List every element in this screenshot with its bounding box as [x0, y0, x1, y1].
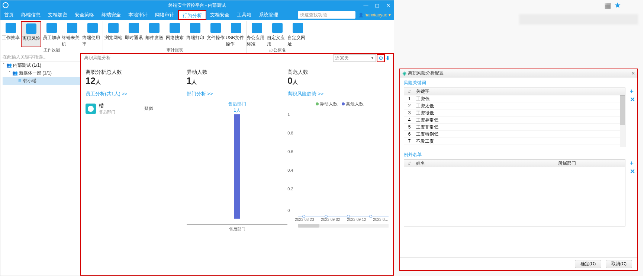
add-exception-button[interactable]: +: [630, 159, 635, 167]
printer-icon: [190, 23, 200, 33]
keywords-section-title: 风险关键词: [404, 80, 634, 86]
rbtn-resign-risk[interactable]: 离职风险: [21, 21, 41, 47]
close-button[interactable]: ✕: [383, 0, 394, 10]
tab-toolbox[interactable]: 工具箱: [233, 10, 255, 20]
config-dialog: ◉ 离职风险分析配置 ✕ 风险关键词 # 关键字 1工资低 2工资太低 3工资很…: [399, 69, 638, 271]
download-button[interactable]: ⬇: [386, 55, 390, 61]
tab-security-policy[interactable]: 安全策略: [71, 10, 98, 20]
tab-terminal-security[interactable]: 终端安全: [98, 10, 125, 20]
table-scrollbar[interactable]: [620, 95, 625, 147]
app-logo-icon: [3, 2, 9, 8]
rbtn-custom-app[interactable]: 自定义应用: [267, 21, 287, 47]
maximize-button[interactable]: ▢: [371, 0, 383, 10]
table-row[interactable]: 5工资非常低: [404, 124, 625, 131]
rbtn-work-efficiency[interactable]: 工作效率: [0, 21, 21, 47]
dialog-title: 离职风险分析配置: [408, 70, 444, 76]
rbtn-custom-url[interactable]: 自定义网址: [287, 21, 308, 47]
compass-icon: [272, 23, 283, 33]
file-icon: [210, 23, 221, 33]
table-row[interactable]: 3工资很低: [404, 110, 625, 117]
table-row[interactable]: 2工资太低: [404, 102, 625, 110]
tab-home[interactable]: 首页: [0, 10, 17, 20]
keywords-table: # 关键字 1工资低 2工资太低 3工资很低 4工资异常低 5工资非常低 6工资…: [404, 88, 625, 147]
ok-button[interactable]: 确定(O): [575, 260, 601, 268]
user-menu[interactable]: hanxiaoyao ▾: [358, 12, 391, 18]
rbtn-im[interactable]: 即时通讯: [123, 21, 144, 47]
trend-chart: 异动人数 高危人数 1 0.8 0.6 0.4 0.2 0: [287, 101, 389, 235]
extension-icon[interactable]: ▦: [604, 1, 611, 10]
tab-doc-security[interactable]: 文档安全: [206, 10, 233, 20]
employee-row[interactable]: 楷 售后部门 疑似: [86, 101, 187, 116]
usb-icon: [231, 23, 241, 33]
remove-exception-button[interactable]: ✕: [630, 168, 635, 175]
tab-local-audit[interactable]: 本地审计: [125, 10, 151, 20]
stat-total: 离职分析总人数 12人: [86, 69, 187, 86]
rbtn-office-std[interactable]: 办公应用标准: [247, 21, 267, 47]
settings-button[interactable]: ⚙: [377, 54, 385, 62]
tree-node-root[interactable]: ˅👥内部测试 (1/1): [3, 61, 80, 69]
person-search-icon: [252, 23, 262, 33]
globe-gear-icon: [293, 23, 303, 33]
ribbon: 工作效率 离职风险 员工加班 终端未关机 终端使用率 工作效能 浏览网站 即时通…: [0, 20, 394, 53]
trend-link[interactable]: 离职风险趋势 >>: [287, 91, 389, 97]
exception-table: # 姓名 所属部门: [404, 159, 625, 226]
config-icon: ◉: [402, 70, 406, 76]
rbtn-print[interactable]: 终端打印: [185, 21, 205, 47]
cancel-button[interactable]: 取消(C): [606, 260, 632, 268]
minimize-button[interactable]: —: [360, 0, 371, 10]
employee-analysis-link[interactable]: 员工分析(共1人) >>: [86, 91, 187, 97]
avatar-icon: [86, 104, 96, 114]
table-row[interactable]: 1工资低: [404, 95, 625, 102]
tab-network-audit[interactable]: 网络审计: [151, 10, 178, 20]
group-label: 审计报表: [103, 47, 246, 53]
search-input[interactable]: 快速查找功能: [298, 11, 355, 19]
rbtn-usage-rate[interactable]: 终端使用率: [82, 21, 103, 47]
pie-icon: [87, 23, 98, 33]
rbtn-usb[interactable]: USB文件操作: [226, 21, 246, 47]
rbtn-search[interactable]: 网络搜索: [164, 21, 185, 47]
bar: [234, 114, 240, 219]
menubar: 首页 终端信息 文档加密 安全策略 终端安全 本地审计 网络审计 行为分析 文档…: [0, 10, 394, 20]
dialog-close-button[interactable]: ✕: [631, 71, 635, 76]
monitor-icon: [67, 23, 77, 33]
table-row[interactable]: 4工资异常低: [404, 117, 625, 124]
status-tag: 疑似: [144, 105, 153, 112]
rbtn-file-op[interactable]: 文件操作: [205, 21, 226, 47]
rbtn-mail[interactable]: 邮件发送: [144, 21, 164, 47]
add-keyword-button[interactable]: +: [630, 88, 635, 95]
search-globe-icon: [170, 23, 180, 33]
tree-node-dept[interactable]: ˅👥新媒体一部 (1/1): [3, 69, 80, 77]
group-label: 办公标准: [247, 47, 308, 53]
rbtn-overtime[interactable]: 员工加班: [41, 21, 62, 47]
legend-dot-icon: [342, 102, 345, 105]
phone-icon: [129, 23, 139, 33]
legend-dot-icon: [316, 102, 319, 105]
table-row[interactable]: 7不发工资: [404, 138, 625, 145]
tree-node-user[interactable]: 🖥 韩小瑶: [3, 77, 80, 85]
date-range-select[interactable]: 近30天: [333, 54, 376, 62]
remove-keyword-button[interactable]: ✕: [630, 96, 635, 104]
stat-change: 异动人数 1人: [187, 69, 288, 86]
rbtn-not-shutdown[interactable]: 终端未关机: [62, 21, 82, 47]
chart-scrollbar[interactable]: [298, 224, 389, 228]
group-label: 工作效能: [0, 47, 103, 53]
table-row[interactable]: 6工资特别低: [404, 131, 625, 138]
main-panel: 离职风险分析 近30天 ⚙ ⬇ 离职分析总人数 12人 异动人数 1人 高危人数…: [80, 53, 394, 276]
globe-icon: [108, 23, 119, 33]
tree-filter-input[interactable]: 在此输入关键字筛选...: [0, 53, 80, 61]
exception-section-title: 例外名单: [404, 152, 634, 158]
window-title: 终端安全管控平台 - 内部测试: [168, 2, 226, 9]
breadcrumb: 离职风险分析: [84, 55, 111, 61]
star-icon[interactable]: ★: [614, 1, 621, 10]
tab-doc-encrypt[interactable]: 文档加密: [44, 10, 71, 20]
tab-behavior-analysis[interactable]: 行为分析: [178, 10, 206, 20]
person-icon: [26, 23, 36, 34]
stat-risk: 高危人数 0人: [287, 69, 389, 86]
dept-analysis-link[interactable]: 部门分析 >>: [187, 91, 288, 97]
tab-terminal-info[interactable]: 终端信息: [17, 10, 44, 20]
mail-icon: [149, 23, 160, 33]
rbtn-browse[interactable]: 浏览网站: [103, 21, 123, 47]
dept-bar-chart: 售后部门1人 售后部门: [187, 101, 288, 228]
tab-system-manage[interactable]: 系统管理: [255, 10, 282, 20]
app-window: 终端安全管控平台 - 内部测试 — ▢ ✕ 首页 终端信息 文档加密 安全策略 …: [0, 0, 394, 276]
